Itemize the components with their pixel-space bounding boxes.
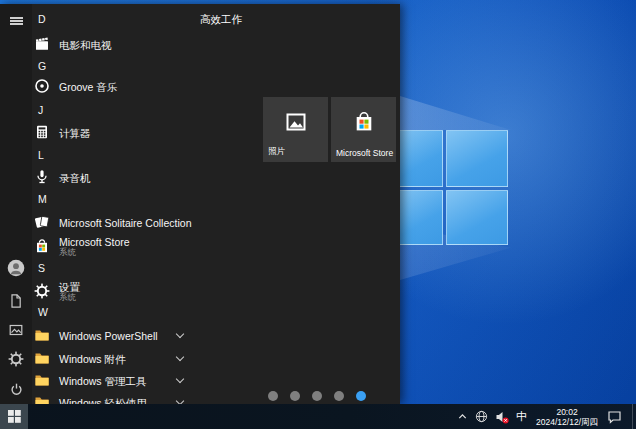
start-menu: D 电影和电视 G Groove 音乐 J [0,4,400,404]
app-item-settings[interactable]: 设置 系统 [28,281,232,301]
app-list: D 电影和电视 G Groove 音乐 J [28,4,255,404]
tile-photos[interactable]: 照片 [263,97,328,162]
wallpaper-logo-pane [393,190,443,245]
folder-item-windows-powershell[interactable]: Windows PowerShell [28,325,232,345]
section-header-L[interactable]: L [28,145,232,165]
taskbar-clock[interactable]: 20:02 2024/12/12/周四 [534,407,600,427]
clock-time: 20:02 [556,407,577,417]
page-dot[interactable] [312,391,322,401]
store-icon [33,237,51,255]
wallpaper-logo-pane [393,130,443,187]
app-item-voice-recorder[interactable]: 录音机 [28,167,232,187]
settings-icon [33,282,51,300]
page-dot-active[interactable] [356,391,366,401]
wallpaper-logo-pane [446,130,508,187]
volume-muted-icon[interactable] [495,410,509,424]
tile-microsoft-store[interactable]: Microsoft Store [331,97,396,162]
app-item-movies-tv[interactable]: 电影和电视 [28,34,232,54]
desktop: D 电影和电视 G Groove 音乐 J [0,0,636,429]
folder-icon [33,393,51,404]
settings-icon[interactable] [7,350,25,368]
photos-icon [284,110,308,138]
chevron-down-icon[interactable] [176,397,184,404]
app-item-groove-music[interactable]: Groove 音乐 [28,76,232,96]
groove-music-icon [33,77,51,95]
chevron-down-icon[interactable] [176,330,184,338]
section-header-J[interactable]: J [28,100,232,120]
folder-icon [33,349,51,367]
folder-icon [33,371,51,389]
tile-page-dots [268,391,366,401]
documents-icon[interactable] [7,292,25,310]
action-center-icon[interactable] [607,409,622,424]
section-header-W[interactable]: W [28,302,232,322]
network-globe-icon[interactable] [475,410,488,423]
windows-logo-icon [8,410,21,423]
user-avatar-icon[interactable] [7,259,25,277]
hidden-icons-chevron-icon[interactable] [457,411,468,422]
folder-item-windows-accessories[interactable]: Windows 附件 [28,348,232,368]
page-dot[interactable] [334,391,344,401]
page-dot[interactable] [290,391,300,401]
voice-recorder-icon [33,168,51,186]
start-button[interactable] [0,404,28,429]
show-desktop-button[interactable] [632,404,636,429]
menu-icon[interactable] [7,12,25,30]
page-dot[interactable] [268,391,278,401]
power-icon[interactable] [7,380,25,398]
app-item-calculator[interactable]: 计算器 [28,122,232,142]
solitaire-icon [33,213,51,231]
section-header-S[interactable]: S [28,258,232,278]
section-header-M[interactable]: M [28,189,232,209]
folder-item-windows-ease-of-access[interactable]: Windows 轻松使用 [28,392,232,404]
system-tray: 中 20:02 2024/12/12/周四 [457,404,636,429]
pictures-icon[interactable] [7,321,25,339]
wallpaper-windows-logo [393,130,511,248]
folder-icon [33,326,51,344]
section-header-G[interactable]: G [28,56,232,76]
wallpaper-logo-pane [446,190,508,245]
app-item-microsoft-store[interactable]: Microsoft Store 系统 [28,236,232,256]
folder-item-windows-admin-tools[interactable]: Windows 管理工具 [28,370,232,390]
taskbar: 中 20:02 2024/12/12/周四 [0,404,636,429]
tile-group: 照片 Microsoft Store [263,97,396,162]
store-icon [352,110,375,137]
chevron-down-icon[interactable] [176,375,184,383]
wallpaper-light-beam-top [400,96,511,131]
movies-tv-icon [33,35,51,53]
clock-date: 2024/12/12/周四 [536,417,598,427]
tile-group-header[interactable]: 高效工作 [200,13,242,27]
app-item-solitaire[interactable]: Microsoft Solitaire Collection [28,212,232,232]
chevron-down-icon[interactable] [176,353,184,361]
calculator-icon [33,123,51,141]
ime-indicator[interactable]: 中 [516,409,527,424]
